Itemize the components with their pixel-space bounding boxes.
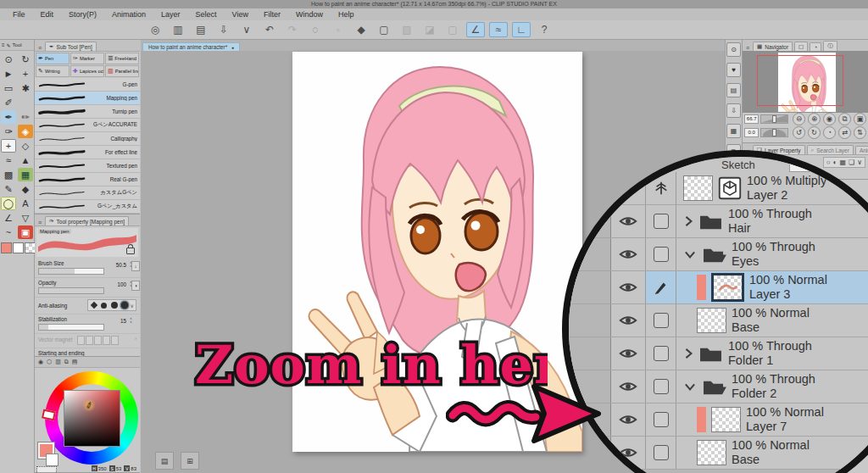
toolbar-snap-to-grid[interactable]: ∟ (512, 22, 531, 37)
main-color-swatch[interactable] (1, 242, 12, 253)
color-panel-tab-3[interactable]: ⧉ (64, 359, 69, 365)
tone-effect-icon[interactable]: ◐ (833, 159, 837, 166)
layer-checkbox[interactable] (654, 346, 669, 361)
menu-storyp[interactable]: Story(P) (61, 10, 104, 19)
toolbar-select-area[interactable]: ◌ (306, 22, 325, 37)
text-tool[interactable]: A (18, 197, 33, 210)
layer-row-folder-2[interactable]: 100 % Through Folder 2 (569, 370, 868, 403)
layer-checkbox[interactable] (654, 445, 669, 460)
toolbar-open-file[interactable]: ▤ (192, 22, 210, 37)
brush-item[interactable]: Gペン_カスタム (35, 200, 140, 214)
eraser-tool[interactable]: ◇ (18, 139, 33, 153)
layer-lock-cell[interactable] (646, 205, 676, 237)
menu-view[interactable]: View (225, 10, 256, 19)
layer-lock-cell[interactable] (646, 238, 676, 270)
extract-line-effect-icon[interactable]: ▦ (839, 159, 846, 166)
material-panel-button[interactable]: ▤ (726, 83, 741, 97)
menu-window[interactable]: Window (288, 10, 331, 19)
color-panel-tab-4[interactable]: ▤ (72, 359, 78, 365)
sub-color-swatch[interactable] (13, 242, 24, 253)
layer-checkbox[interactable] (654, 214, 669, 229)
navigator-preview[interactable] (743, 51, 868, 113)
spacer[interactable] (18, 96, 33, 109)
toolbar-redo[interactable]: ↷ (283, 22, 302, 37)
aa-none-option[interactable] (90, 301, 98, 309)
layer-thumbnail[interactable] (697, 308, 726, 333)
layer-row-hair[interactable]: 100 % Through Hair (569, 205, 868, 238)
layer-thumbnail[interactable] (711, 407, 741, 432)
pencil-tool[interactable]: ✏ (18, 110, 33, 124)
flip-vertical-button[interactable]: ⇅ (854, 126, 866, 139)
menu-file[interactable]: File (5, 10, 33, 19)
layer-checkbox[interactable] (654, 412, 669, 427)
subtool-group-freehand[interactable]: ☰FreeHand (105, 53, 139, 64)
panel-menu-icon[interactable]: ≡ (36, 45, 43, 51)
subtool-panel-tab[interactable]: ✒ Sub Tool [Pen] (45, 42, 97, 51)
layer-checkbox[interactable] (654, 247, 669, 262)
download-panel-button[interactable]: ⇩ (726, 103, 741, 118)
opacity-slider[interactable] (38, 287, 104, 294)
rotation-slider[interactable] (760, 128, 788, 137)
layer-thumbnail[interactable] (683, 175, 713, 201)
menu-help[interactable]: Help (331, 10, 362, 19)
stabilization-stepper[interactable]: ∧∨ (130, 317, 132, 324)
menu-filter[interactable]: Filter (256, 10, 288, 19)
quick-access-panel-button[interactable]: ♥ (726, 63, 741, 77)
gradient-tool[interactable]: ▩ (1, 168, 16, 181)
reset-rotation-button[interactable]: ◔ (823, 126, 836, 139)
layer-visibility-toggle[interactable] (611, 370, 646, 403)
rotation-value[interactable]: 0.0 (744, 128, 759, 137)
opacity-dynamics-button[interactable]: ◑ (131, 281, 140, 291)
effect-chevron-icon[interactable]: ∨ (857, 159, 862, 166)
auto-select-tool[interactable]: ✱ (18, 81, 33, 95)
object-tool[interactable]: ► (1, 67, 16, 81)
layer-row-folder-1[interactable]: 100 % Through Folder 1 (569, 337, 868, 370)
fit-to-screen-button[interactable]: ⧉ (838, 113, 851, 125)
toolbar-new-canvas[interactable]: ▥ (169, 22, 187, 37)
toolbar-snap-to-ruler[interactable]: ∠ (466, 22, 485, 37)
pen-tool[interactable]: ✒ (1, 110, 16, 124)
transparent-chip[interactable] (36, 466, 57, 473)
canvas-tab[interactable]: How to paint an anime character* ● (142, 42, 240, 51)
menu-edit[interactable]: Edit (33, 10, 62, 19)
menu-select[interactable]: Select (188, 10, 225, 19)
panel-menu-icon[interactable]: ≡ (2, 42, 5, 47)
airbrush-tool[interactable]: ▲ (18, 153, 33, 167)
eyedropper-tool[interactable]: ✐ (1, 96, 16, 109)
expand-arrow-closed[interactable] (683, 347, 693, 360)
subtool-group-lapicesocl[interactable]: ✚Lapices ocl (70, 65, 104, 77)
zoom-slider[interactable] (760, 114, 788, 124)
toolbar-ruler-c[interactable]: ▢ (443, 22, 462, 37)
aa-weak-option[interactable] (100, 301, 108, 309)
layer-visibility-toggle[interactable] (611, 337, 646, 370)
border-effect-icon[interactable]: ○ (826, 159, 831, 166)
brush-size-pressure-button[interactable]: ↓ (131, 261, 140, 271)
search-layer-tab[interactable]: ⌕ Search Layer (807, 145, 854, 154)
layer-lock-cell[interactable] (646, 403, 676, 436)
navigator-view-rectangle[interactable] (757, 55, 843, 106)
layer-lock-cell[interactable] (646, 172, 676, 204)
menu-layer[interactable]: Layer (153, 10, 188, 19)
information-tab[interactable]: ⓘ (823, 41, 837, 51)
polyline-tool[interactable]: ▽ (18, 211, 33, 225)
hue-marker[interactable] (42, 409, 56, 421)
subview-tab[interactable]: ▢ (794, 42, 808, 51)
layer-visibility-toggle[interactable] (611, 403, 646, 436)
mix-color-tool[interactable]: + (1, 139, 16, 153)
brush-item[interactable]: GペンACCURATE (35, 119, 140, 132)
color-panel-tab-0[interactable]: ◉ (38, 359, 43, 365)
color-panel-tab-2[interactable]: ▥ (55, 359, 61, 365)
sub-color-chip[interactable] (46, 454, 58, 466)
decoration-tool[interactable]: ◈ (18, 125, 33, 138)
brush-tool[interactable]: ✑ (1, 125, 16, 138)
brush-item[interactable]: Real G-pen (35, 173, 140, 186)
subtool-group-parallellines[interactable]: ▥Parallel lines (105, 65, 139, 77)
brush-item[interactable]: G-pen (35, 78, 140, 92)
zoom-100-button[interactable]: ◉ (823, 113, 836, 125)
zoom-in-button[interactable]: ⊕ (808, 113, 821, 125)
brush-item[interactable]: Textured pen (35, 159, 140, 173)
layer-thumbnail[interactable] (711, 273, 744, 302)
navigate-canvas-button[interactable]: ⊞ (181, 452, 199, 470)
flip-horizontal-button[interactable]: ⇄ (838, 126, 851, 139)
toolbar-fill[interactable]: ◆ (352, 22, 370, 37)
